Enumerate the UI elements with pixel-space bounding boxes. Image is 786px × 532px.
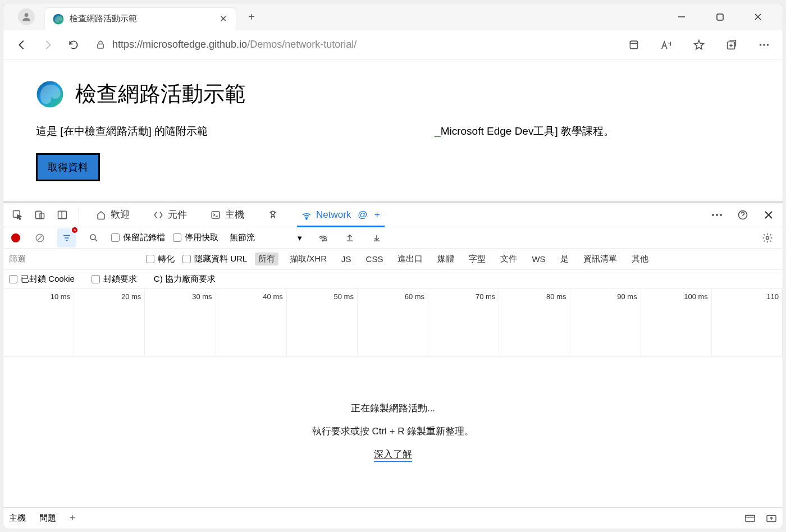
filter-js[interactable]: JS — [338, 253, 355, 265]
tab-console[interactable]: 主機 — [200, 203, 254, 227]
timeline-tick: 70 ms — [428, 289, 499, 356]
filter-doc[interactable]: 文件 — [497, 253, 520, 265]
settings-gear-icon[interactable] — [758, 228, 777, 247]
timeline-tick: 110 — [712, 289, 783, 356]
svg-point-12 — [767, 44, 769, 46]
read-aloud-icon[interactable] — [656, 34, 677, 56]
recording-msg-line1: 正在錄製網路活動... — [351, 402, 435, 415]
help-icon[interactable] — [733, 205, 752, 224]
inspect-element-icon[interactable] — [8, 205, 27, 224]
tab-close-icon[interactable]: ✕ — [218, 14, 228, 24]
invert-checkbox[interactable]: 轉化 — [146, 254, 175, 264]
timeline-tick: 50 ms — [287, 289, 358, 356]
svg-point-21 — [306, 218, 307, 219]
filter-input[interactable]: 篩選 — [9, 254, 138, 264]
filter-fetch-xhr[interactable]: 擷取/XHR — [286, 253, 330, 265]
tab-network[interactable]: Network @ + — [291, 203, 390, 227]
filter-all[interactable]: 所有 — [255, 253, 278, 265]
filter-wasm[interactable]: 是 — [557, 253, 572, 265]
drawer-collapse-icon[interactable] — [766, 514, 777, 523]
throttling-select[interactable]: 無節流▾ — [226, 232, 305, 243]
svg-point-24 — [720, 214, 722, 216]
filter-toggle-icon[interactable]: × — [57, 228, 76, 247]
timeline-tick: 20 ms — [74, 289, 145, 356]
titlebar: 檢查網路活動示範 ✕ + — [3, 3, 783, 30]
export-har-icon[interactable] — [340, 228, 359, 247]
svg-rect-17 — [58, 211, 67, 218]
timeline-tick: 60 ms — [358, 289, 428, 356]
devtools-panel: 歡迎 元件 主機 Network @ + × 保留記錄檔 停用快取 無節流▾ — [3, 201, 783, 529]
clear-button[interactable] — [30, 228, 49, 247]
close-window-button[interactable] — [747, 8, 769, 25]
tab-welcome[interactable]: 歡迎 — [86, 203, 140, 227]
learn-more-link[interactable]: 深入了解 — [374, 448, 412, 462]
import-har-icon[interactable] — [367, 228, 386, 247]
filter-manifest[interactable]: 資訊清單 — [580, 253, 620, 265]
tab-title: 檢查網路活動示範 — [70, 13, 218, 24]
url-field[interactable]: https://microsoftedge.github.io/Demos/ne… — [89, 34, 614, 56]
tab-elements[interactable]: 元件 — [143, 203, 197, 227]
tab-sources[interactable] — [258, 203, 288, 227]
timeline-tick: 80 ms — [499, 289, 570, 356]
network-timeline[interactable]: 10 ms20 ms30 ms40 ms50 ms60 ms70 ms80 ms… — [3, 289, 783, 356]
timeline-tick: 90 ms — [570, 289, 641, 356]
profile-avatar[interactable] — [18, 8, 35, 25]
svg-point-33 — [90, 235, 95, 240]
minimize-button[interactable] — [670, 8, 693, 25]
svg-point-35 — [322, 240, 323, 241]
svg-point-22 — [712, 214, 714, 216]
filter-font[interactable]: 字型 — [465, 253, 489, 265]
collections-icon[interactable] — [721, 34, 742, 56]
disable-cache-checkbox[interactable]: 停用快取 — [173, 232, 218, 243]
devtools-drawer: 主機 問題 + — [3, 507, 783, 529]
blocked-cookies-checkbox[interactable]: 已封鎖 Cookie — [9, 274, 75, 285]
get-data-button[interactable]: 取得資料 — [36, 153, 100, 181]
drawer-add[interactable]: + — [70, 512, 76, 524]
window-controls — [670, 8, 778, 25]
drawer-errors-icon[interactable] — [744, 514, 756, 523]
drawer-console[interactable]: 主機 — [9, 513, 26, 524]
page-title: 檢查網路活動示範 — [75, 80, 246, 108]
svg-rect-15 — [36, 211, 42, 218]
edge-logo-icon — [36, 80, 64, 108]
reload-button[interactable] — [63, 34, 84, 56]
svg-point-23 — [716, 214, 718, 216]
svg-line-34 — [95, 239, 97, 241]
filter-other[interactable]: 其他 — [628, 253, 652, 265]
more-tools-icon[interactable] — [707, 205, 726, 224]
filter-css[interactable]: CSS — [363, 253, 387, 265]
filter-img[interactable]: 進出口 — [394, 253, 426, 265]
maximize-button[interactable] — [709, 8, 731, 25]
new-tab-button[interactable]: + — [243, 8, 261, 26]
network-conditions-icon[interactable] — [313, 228, 332, 247]
record-button[interactable] — [9, 233, 22, 242]
network-empty-message: 正在錄製網路活動... 執行要求或按 Ctrl + R 錄製重新整理。 深入了解 — [3, 356, 783, 507]
svg-rect-38 — [746, 515, 755, 521]
timeline-tick: 10 ms — [3, 289, 74, 356]
dock-side-icon[interactable] — [53, 205, 72, 224]
svg-point-10 — [760, 44, 762, 46]
app-available-icon[interactable] — [623, 34, 645, 56]
close-devtools-icon[interactable] — [759, 205, 778, 224]
filter-media[interactable]: 媒體 — [434, 253, 458, 265]
browser-tab[interactable]: 檢查網路活動示範 ✕ — [45, 8, 236, 30]
page-desc-left: 這是 [在中檢查網路活動] 的隨附示範 — [36, 124, 208, 139]
address-bar: https://microsoftedge.github.io/Demos/ne… — [3, 30, 783, 59]
timeline-tick: 100 ms — [641, 289, 712, 356]
svg-line-29 — [38, 235, 43, 240]
drawer-issues[interactable]: 問題 — [39, 513, 56, 524]
favorite-icon[interactable] — [688, 34, 710, 56]
search-icon[interactable] — [84, 228, 103, 247]
forward-button — [37, 34, 58, 56]
filter-ws[interactable]: WS — [528, 253, 549, 265]
back-button[interactable] — [11, 34, 33, 56]
svg-rect-6 — [98, 44, 104, 48]
blocked-requests-checkbox[interactable]: 封鎖要求 — [92, 274, 137, 285]
device-toolbar-icon[interactable] — [30, 205, 49, 224]
svg-point-37 — [766, 236, 769, 239]
more-icon[interactable] — [753, 34, 775, 56]
third-party-label[interactable]: C) 協力廠商要求 — [154, 274, 216, 285]
edge-logo-icon — [53, 13, 64, 25]
preserve-log-checkbox[interactable]: 保留記錄檔 — [111, 232, 165, 243]
hide-data-urls-checkbox[interactable]: 隱藏資料 URL — [182, 254, 247, 264]
